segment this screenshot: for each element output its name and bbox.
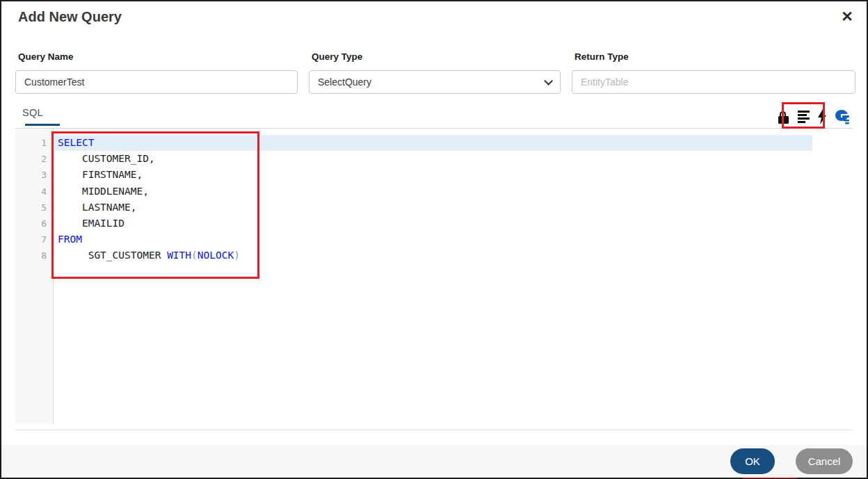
close-icon[interactable]: ✕ bbox=[839, 8, 855, 25]
code-token-keyword: SELECT bbox=[58, 137, 94, 148]
footer-divider bbox=[15, 430, 853, 430]
code-editor[interactable]: SELECT CUSTOMER_ID, FIRSTNAME, MIDDLENAM… bbox=[54, 129, 853, 424]
tab-bar: SQL bbox=[15, 104, 853, 129]
code-token-plain: SGT_CUSTOMER bbox=[58, 250, 167, 261]
code-line[interactable]: LASTNAME, bbox=[54, 200, 853, 216]
tab-sql-label: SQL bbox=[22, 107, 43, 118]
query-name-value: CustomerTest bbox=[24, 76, 84, 88]
code-line[interactable]: FROM bbox=[54, 232, 853, 247]
dialog-title: Add New Query bbox=[18, 9, 122, 25]
tab-sql[interactable]: SQL bbox=[22, 107, 53, 125]
code-line[interactable]: EMAILID bbox=[54, 216, 853, 232]
ok-button[interactable]: OK bbox=[730, 448, 775, 474]
code-token-plain: FIRSTNAME, bbox=[58, 169, 143, 180]
lightning-icon[interactable] bbox=[817, 109, 827, 124]
code-token-plain: MIDDLENAME, bbox=[58, 186, 149, 197]
code-line[interactable]: SGT_CUSTOMER WITH(NOLOCK) bbox=[54, 247, 853, 263]
line-number: 6 bbox=[15, 216, 53, 232]
code-token-paren: ) bbox=[234, 250, 240, 261]
line-number: 3 bbox=[15, 167, 53, 183]
return-type-input[interactable]: EntityTable bbox=[572, 70, 855, 94]
code-token-plain: LASTNAME, bbox=[58, 202, 137, 213]
query-type-label: Query Type bbox=[312, 51, 362, 62]
code-line[interactable]: SELECT bbox=[54, 135, 812, 151]
sql-editor[interactable]: 12345678 SELECT CUSTOMER_ID, FIRSTNAME, … bbox=[15, 129, 853, 424]
return-type-label: Return Type bbox=[574, 51, 629, 62]
line-number-gutter: 12345678 bbox=[15, 129, 54, 424]
code-line[interactable]: MIDDLENAME, bbox=[54, 184, 853, 200]
format-lines-icon[interactable] bbox=[798, 111, 810, 123]
query-type-selected-value: SelectQuery bbox=[318, 76, 371, 88]
line-number: 7 bbox=[15, 232, 53, 247]
lock-icon[interactable] bbox=[776, 108, 790, 125]
return-type-placeholder: EntityTable bbox=[581, 76, 628, 88]
code-token-paren: ( bbox=[191, 250, 198, 261]
line-number: 5 bbox=[15, 200, 53, 216]
code-token-plain: CUSTOMER_ID, bbox=[58, 153, 155, 164]
line-number: 1 bbox=[15, 135, 53, 151]
line-number: 8 bbox=[15, 247, 53, 263]
cancel-button[interactable]: Cancel bbox=[796, 448, 853, 474]
query-type-select[interactable]: SelectQuery bbox=[309, 70, 561, 94]
code-line[interactable]: FIRSTNAME, bbox=[54, 167, 853, 183]
line-number: 4 bbox=[15, 184, 53, 200]
line-number: 2 bbox=[15, 151, 53, 167]
query-name-input[interactable]: CustomerTest bbox=[15, 70, 298, 94]
add-new-query-dialog: Add New Query ✕ Query Name Query Type Re… bbox=[0, 0, 868, 479]
editor-toolbar bbox=[776, 106, 851, 128]
active-tab-underline bbox=[25, 124, 60, 127]
footer: OK Cancel bbox=[1, 445, 867, 478]
code-token-plain: EMAILID bbox=[58, 218, 124, 229]
code-token-keyword: FROM bbox=[58, 234, 82, 245]
query-name-label: Query Name bbox=[18, 51, 74, 62]
code-token-keyword: WITH bbox=[167, 250, 191, 261]
code-token-keyword: NOLOCK bbox=[198, 250, 234, 261]
database-icon[interactable] bbox=[835, 109, 851, 124]
code-line[interactable]: CUSTOMER_ID, bbox=[54, 151, 853, 167]
chevron-down-icon bbox=[544, 76, 553, 86]
